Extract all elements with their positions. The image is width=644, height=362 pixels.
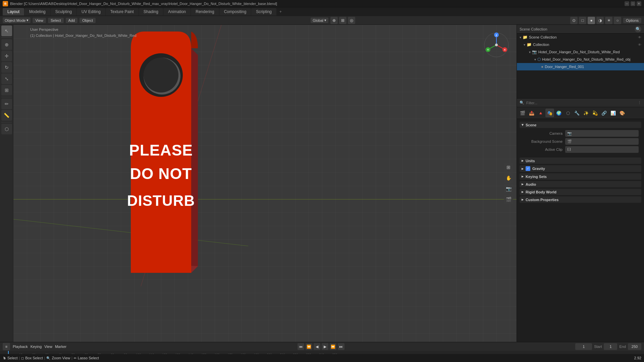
add-workspace-button[interactable]: +: [277, 8, 284, 15]
outliner-filter-button[interactable]: 🔍: [635, 26, 641, 33]
start-frame-input[interactable]: [604, 343, 617, 350]
background-scene-value[interactable]: 🎬: [565, 138, 639, 145]
gravity-section-header[interactable]: ▸ ✓ Gravity: [520, 165, 641, 172]
next-frame-button[interactable]: ⏩: [330, 343, 336, 350]
data-properties-icon[interactable]: 📊: [609, 109, 618, 117]
outliner-item-scene-collection[interactable]: ▾ 📁 Scene Collection 👁: [517, 34, 644, 41]
scene-section-body: Camera 📷 Background Scene 🎬 Active Clip …: [520, 128, 641, 156]
scene-properties-icon[interactable]: 🎭: [545, 109, 554, 117]
solid-mode-button[interactable]: ●: [588, 17, 595, 24]
modifier-properties-icon[interactable]: 🔧: [573, 109, 581, 117]
tab-texture-paint[interactable]: Texture Paint: [106, 8, 139, 15]
select-tool-button[interactable]: ↖: [1, 25, 12, 36]
rendered2-mode-button[interactable]: ○: [614, 17, 621, 24]
current-frame-input[interactable]: [575, 343, 592, 350]
properties-search-input[interactable]: [526, 101, 638, 105]
custom-props-title: Custom Properties: [526, 198, 558, 202]
audio-section-title: Audio: [526, 182, 536, 186]
rotate-tool-button[interactable]: ↻: [1, 62, 12, 73]
property-icons-bar: 🎬 📤 🔺 🎭 🌍 ⬡ 🔧 ✨ 💫 🔗 📊 🎨: [517, 107, 644, 119]
units-section-header[interactable]: ▸ Units: [520, 158, 641, 164]
minimize-button[interactable]: ─: [625, 1, 629, 6]
output-properties-icon[interactable]: 📤: [527, 109, 536, 117]
add-menu[interactable]: Add: [66, 18, 78, 23]
rendered-mode-button[interactable]: ☀: [605, 17, 612, 24]
cursor-tool-button[interactable]: ⊕: [1, 39, 12, 50]
custom-props-header[interactable]: ▸ Custom Properties: [520, 196, 641, 203]
measure-tool-button[interactable]: 📏: [1, 110, 12, 121]
play-button[interactable]: ▶: [322, 343, 328, 350]
annotate-tool-button[interactable]: ✏: [1, 99, 12, 109]
scene-section-header[interactable]: ▾ Scene: [520, 122, 641, 128]
jump-to-start-button[interactable]: ⏮: [298, 343, 304, 350]
material-mode-button[interactable]: ◑: [596, 17, 604, 24]
3d-viewport[interactable]: PLEASE DO NOT DISTURB User Perspective (…: [13, 25, 517, 342]
outliner-item-hanger-object[interactable]: ▾ 📷 Hotel_Door_Hanger_Do_Not_Disturb_Whi…: [517, 48, 644, 56]
prev-frame-button[interactable]: ⏪: [306, 343, 312, 350]
transform-pivot-button[interactable]: ⊕: [330, 17, 338, 24]
visibility-icon[interactable]: 👁: [638, 36, 641, 39]
camera-value[interactable]: 📷: [565, 130, 639, 137]
tab-sculpting[interactable]: Sculpting: [51, 8, 76, 15]
collection-visibility-icon[interactable]: 👁: [638, 43, 641, 47]
tab-uv-editing[interactable]: UV Editing: [77, 8, 105, 15]
tab-modeling[interactable]: Modeling: [24, 8, 50, 15]
material-properties-icon[interactable]: 🎨: [618, 109, 627, 117]
active-clip-value[interactable]: 🎞: [565, 146, 639, 153]
playback-menu[interactable]: Playback: [13, 345, 28, 349]
window-controls[interactable]: ─ □ ✕: [625, 1, 641, 6]
global-dropdown[interactable]: Global ▾: [311, 17, 328, 23]
add-cube-button[interactable]: ⬡: [1, 124, 12, 134]
tab-shading[interactable]: Shading: [139, 8, 163, 15]
view-menu[interactable]: View: [33, 18, 46, 23]
object-menu[interactable]: Object: [79, 18, 96, 23]
proportional-edit-button[interactable]: ◎: [348, 17, 355, 24]
tab-compositing[interactable]: Compositing: [219, 8, 251, 15]
snapping-button[interactable]: ⊞: [339, 17, 346, 24]
camera-row: Camera 📷: [522, 130, 639, 137]
keying-menu[interactable]: Keying: [31, 345, 42, 349]
navigation-gizmo[interactable]: Z X Y: [483, 32, 510, 58]
audio-section-header[interactable]: ▸ Audio: [520, 181, 641, 187]
svg-text:DO NOT: DO NOT: [130, 165, 192, 182]
particles-properties-icon[interactable]: ✨: [582, 109, 590, 117]
outliner-item-hanger-mesh[interactable]: ▾ ⬡ Hotel_Door_Hanger_Do_Not_Disturb_Whi…: [517, 56, 644, 63]
xray-button[interactable]: □: [579, 17, 586, 24]
tab-rendering[interactable]: Rendering: [191, 8, 219, 15]
overlay-button[interactable]: ⊙: [570, 17, 578, 24]
viewport-zoom-extents-button[interactable]: ⊞: [504, 163, 513, 172]
outliner-item-door-hanger[interactable]: ● Door_Hanger_Red_001: [517, 63, 644, 70]
tab-scripting[interactable]: Scripting: [251, 8, 276, 15]
viewport-pan-button[interactable]: ✋: [504, 173, 513, 183]
close-button[interactable]: ✕: [637, 1, 641, 6]
viewport-scene-button[interactable]: 🎬: [504, 195, 513, 204]
gravity-checkbox[interactable]: ✓: [526, 166, 530, 171]
scale-tool-button[interactable]: ⤡: [1, 73, 12, 84]
maximize-button[interactable]: □: [631, 1, 635, 6]
select-status: Select: [7, 356, 18, 360]
transform-tool-button[interactable]: ⊞: [1, 85, 12, 96]
rigid-body-section-header[interactable]: ▸ Rigid Body World: [520, 189, 641, 195]
world-properties-icon[interactable]: 🌍: [554, 109, 563, 117]
timeline-menu-button[interactable]: ≡: [3, 343, 10, 350]
outliner-item-collection[interactable]: ▾ 📁 Collection 👁: [517, 41, 644, 48]
constraints-properties-icon[interactable]: 🔗: [600, 109, 608, 117]
end-frame-input[interactable]: [628, 343, 641, 350]
view-menu[interactable]: View: [44, 345, 52, 349]
object-mode-dropdown[interactable]: Object Mode ▾: [3, 17, 31, 23]
render-properties-icon[interactable]: 🎬: [518, 109, 527, 117]
keying-sets-header[interactable]: ▸ Keying Sets: [520, 173, 641, 180]
tab-layout[interactable]: Layout: [3, 8, 24, 15]
viewport-camera-button[interactable]: 📷: [504, 184, 513, 193]
options-dropdown[interactable]: Options: [623, 18, 641, 23]
view-layer-properties-icon[interactable]: 🔺: [536, 109, 545, 117]
tab-animation[interactable]: Animation: [163, 8, 191, 15]
move-tool-button[interactable]: ✛: [1, 51, 12, 61]
reverse-play-button[interactable]: ◀: [314, 343, 320, 350]
properties-options-button[interactable]: ⋮: [638, 101, 641, 105]
marker-menu[interactable]: Marker: [55, 345, 66, 349]
object-properties-icon[interactable]: ⬡: [564, 109, 572, 117]
jump-to-end-button[interactable]: ⏭: [338, 343, 344, 350]
select-menu[interactable]: Select: [48, 18, 64, 23]
physics-properties-icon[interactable]: 💫: [591, 109, 599, 117]
